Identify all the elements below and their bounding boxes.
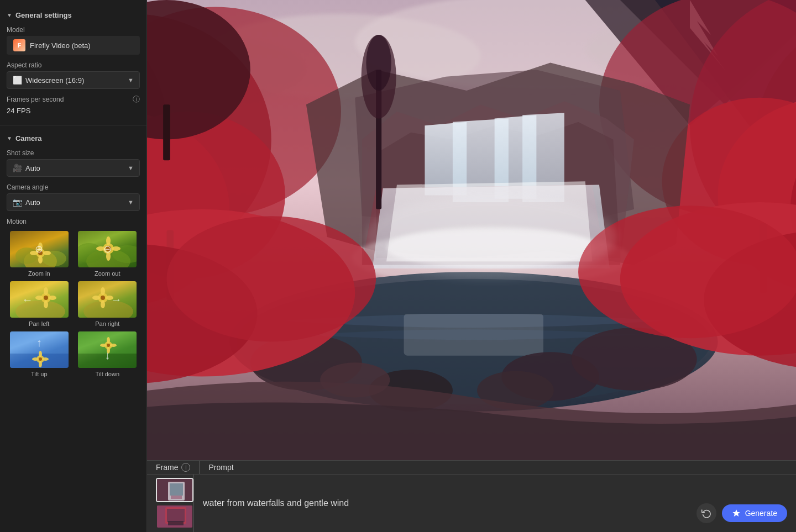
tab-frame[interactable]: Frame i xyxy=(156,461,200,474)
chevron-down-icon: ▼ xyxy=(7,135,12,141)
shot-size-value: Auto xyxy=(25,164,40,172)
motion-name-pan-right: Pan right xyxy=(95,320,119,327)
svg-point-37 xyxy=(39,361,42,367)
aspect-ratio-value: Widescreen (16:9) xyxy=(25,76,84,85)
svg-rect-98 xyxy=(167,509,185,522)
divider xyxy=(0,125,146,125)
fps-value: 24 FPS xyxy=(0,107,146,120)
waterfall-scene xyxy=(147,0,796,460)
fps-label: Frames per second xyxy=(7,96,64,103)
frames-column xyxy=(147,475,194,532)
motion-grid: ⊕ Zoom in xyxy=(0,228,146,380)
camera-header[interactable]: ▼ Camera xyxy=(0,130,146,147)
svg-point-44 xyxy=(107,337,110,344)
svg-rect-99 xyxy=(168,521,184,525)
svg-point-30 xyxy=(92,296,100,300)
motion-item-tilt-down[interactable]: ↓ Tilt down xyxy=(75,330,140,377)
firefly-icon: F xyxy=(13,39,25,51)
aspect-ratio-dropdown[interactable]: ⬜ Widescreen (16:9) ▼ xyxy=(7,71,140,89)
svg-point-22 xyxy=(44,301,48,308)
motion-name-zoom-out: Zoom out xyxy=(95,270,120,277)
svg-point-17 xyxy=(112,246,121,251)
frame-image-1 xyxy=(157,479,192,501)
frame-tab-label: Frame xyxy=(156,463,178,472)
chevron-down-icon: ▼ xyxy=(128,165,134,171)
shot-size-dropdown[interactable]: 🎥 Auto ▼ xyxy=(7,159,140,177)
svg-point-8 xyxy=(43,251,51,255)
fps-row: Frames per second ⓘ xyxy=(0,93,146,107)
svg-point-23 xyxy=(35,296,43,300)
svg-point-28 xyxy=(101,287,105,295)
chevron-down-icon: ▼ xyxy=(128,77,134,83)
motion-item-zoom-out[interactable]: ⊖ Zoom out xyxy=(75,230,140,277)
svg-point-35 xyxy=(39,357,42,361)
motion-name-zoom-in: Zoom in xyxy=(28,270,50,277)
motion-thumb-zoom-in[interactable]: ⊕ xyxy=(9,230,70,268)
motion-thumb-pan-left[interactable]: ← xyxy=(9,280,70,319)
general-settings-label: General settings xyxy=(15,11,72,19)
tab-prompt[interactable]: Prompt xyxy=(200,463,242,472)
svg-point-82 xyxy=(166,216,376,341)
motion-item-tilt-up[interactable]: ↑ Tilt up xyxy=(7,330,72,377)
bottom-actions: Generate xyxy=(688,503,796,523)
tabs-row: Frame i Prompt xyxy=(147,461,796,475)
shot-size-label: Shot size xyxy=(0,147,146,159)
camera-angle-label: Camera angle xyxy=(0,181,146,193)
motion-label: Motion xyxy=(0,215,146,228)
generate-icon xyxy=(732,509,741,518)
motion-thumb-tilt-up[interactable]: ↑ xyxy=(9,330,70,369)
widescreen-icon: ⬜ xyxy=(13,76,22,85)
svg-rect-91 xyxy=(163,104,170,160)
camera-angle-value: Auto xyxy=(25,198,40,207)
prompt-tab-label: Prompt xyxy=(208,463,233,472)
frame-thumb-2[interactable] xyxy=(156,504,193,529)
motion-name-tilt-down: Tilt down xyxy=(95,371,119,377)
frame-thumb-1[interactable] xyxy=(156,478,193,502)
sidebar: ▼ General settings Model F Firefly Video… xyxy=(0,0,147,532)
chevron-down-icon: ▼ xyxy=(7,12,12,18)
svg-point-36 xyxy=(39,351,42,357)
generate-label: Generate xyxy=(745,509,777,518)
camera-angle-icon: 📷 xyxy=(13,198,22,207)
svg-point-89 xyxy=(365,195,616,278)
svg-point-38 xyxy=(32,357,39,361)
motion-item-pan-left[interactable]: ← Pan left xyxy=(7,280,72,327)
svg-point-29 xyxy=(101,301,105,308)
svg-point-39 xyxy=(42,357,49,361)
motion-thumb-zoom-out[interactable]: ⊖ xyxy=(77,230,138,268)
generate-button[interactable]: Generate xyxy=(722,504,787,522)
svg-point-88 xyxy=(366,35,391,91)
camera-angle-dropdown[interactable]: 📷 Auto ▼ xyxy=(7,193,140,211)
main-area: Frame i Prompt xyxy=(147,0,796,532)
image-area xyxy=(147,0,796,460)
shot-size-icon: 🎥 xyxy=(13,164,22,172)
motion-thumb-tilt-down[interactable]: ↓ xyxy=(77,330,138,369)
motion-thumb-pan-right[interactable]: → xyxy=(77,280,138,319)
motion-item-pan-right[interactable]: → Pan right xyxy=(75,280,140,327)
svg-point-24 xyxy=(49,296,56,300)
svg-point-47 xyxy=(110,344,117,347)
frame-info-icon[interactable]: i xyxy=(181,463,190,472)
camera-label: Camera xyxy=(15,134,42,143)
model-label: Model xyxy=(0,24,146,36)
fps-info-icon[interactable]: ⓘ xyxy=(133,94,140,104)
svg-point-27 xyxy=(101,296,105,300)
svg-point-6 xyxy=(38,256,43,264)
svg-point-43 xyxy=(107,344,110,347)
motion-name-tilt-up: Tilt up xyxy=(31,371,48,377)
model-row: F Firefly Video (beta) xyxy=(7,36,140,55)
bottom-panel: Frame i Prompt xyxy=(147,460,796,532)
svg-point-1 xyxy=(15,247,38,264)
general-settings-header[interactable]: ▼ General settings xyxy=(0,7,146,24)
model-name: Firefly Video (beta) xyxy=(30,41,91,50)
svg-point-21 xyxy=(44,287,48,295)
svg-rect-95 xyxy=(171,496,182,499)
frame-image-2 xyxy=(157,505,192,528)
svg-rect-94 xyxy=(170,483,183,496)
history-button[interactable] xyxy=(696,503,716,523)
svg-point-46 xyxy=(100,344,107,347)
motion-item-zoom-in[interactable]: ⊕ Zoom in xyxy=(7,230,72,277)
aspect-ratio-label: Aspect ratio xyxy=(0,59,146,71)
svg-point-25 xyxy=(83,301,133,319)
motion-name-pan-left: Pan left xyxy=(29,320,49,327)
